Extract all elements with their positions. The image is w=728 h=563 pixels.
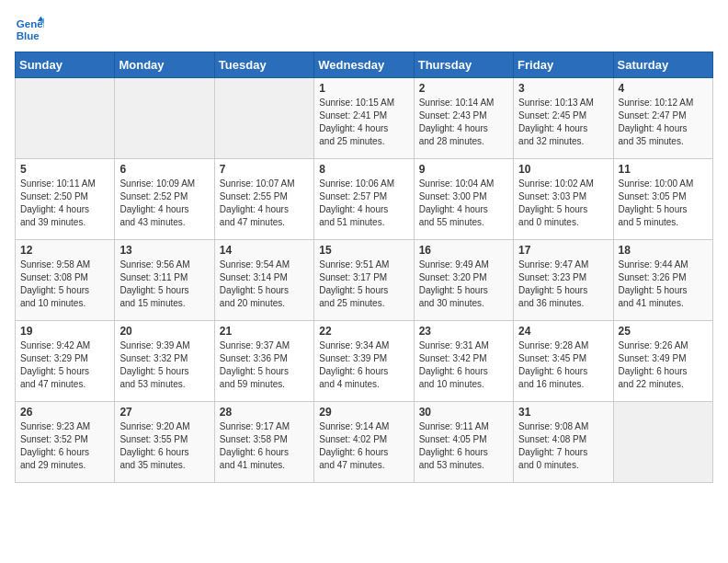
calendar-cell: 17Sunrise: 9:47 AM Sunset: 3:23 PM Dayli… (514, 240, 613, 321)
calendar-week-row: 5Sunrise: 10:11 AM Sunset: 2:50 PM Dayli… (16, 159, 713, 240)
calendar-week-row: 26Sunrise: 9:23 AM Sunset: 3:52 PM Dayli… (16, 402, 713, 483)
day-info: Sunrise: 10:00 AM Sunset: 3:05 PM Daylig… (619, 178, 708, 229)
calendar-cell (214, 78, 313, 159)
calendar-cell: 1Sunrise: 10:15 AM Sunset: 2:41 PM Dayli… (314, 78, 414, 159)
day-number: 29 (319, 406, 408, 419)
page-header: General Blue (15, 15, 713, 44)
day-number: 25 (619, 325, 708, 338)
day-info: Sunrise: 9:34 AM Sunset: 3:39 PM Dayligh… (319, 339, 408, 391)
day-number: 6 (119, 163, 209, 176)
day-info: Sunrise: 10:07 AM Sunset: 2:55 PM Daylig… (220, 178, 309, 229)
day-info: Sunrise: 9:39 AM Sunset: 3:32 PM Dayligh… (119, 339, 209, 391)
logo-icon: General Blue (15, 15, 44, 44)
day-info: Sunrise: 9:26 AM Sunset: 3:49 PM Dayligh… (619, 339, 708, 391)
day-number: 5 (20, 163, 109, 176)
day-number: 21 (220, 325, 309, 338)
weekday-header-tuesday: Tuesday (214, 52, 313, 78)
day-number: 18 (619, 244, 708, 257)
calendar-cell (115, 78, 214, 159)
weekday-header-monday: Monday (115, 52, 214, 78)
logo: General Blue (15, 15, 44, 44)
day-info: Sunrise: 9:31 AM Sunset: 3:42 PM Dayligh… (419, 339, 508, 391)
day-info: Sunrise: 9:44 AM Sunset: 3:26 PM Dayligh… (619, 259, 708, 310)
day-info: Sunrise: 10:09 AM Sunset: 2:52 PM Daylig… (119, 178, 209, 229)
day-number: 31 (518, 406, 608, 419)
calendar-cell: 2Sunrise: 10:14 AM Sunset: 2:43 PM Dayli… (414, 78, 513, 159)
day-info: Sunrise: 10:15 AM Sunset: 2:41 PM Daylig… (319, 97, 408, 148)
day-number: 16 (419, 244, 508, 257)
day-info: Sunrise: 10:11 AM Sunset: 2:50 PM Daylig… (20, 178, 109, 229)
calendar-cell: 28Sunrise: 9:17 AM Sunset: 3:58 PM Dayli… (214, 402, 313, 483)
calendar-week-row: 12Sunrise: 9:58 AM Sunset: 3:08 PM Dayli… (16, 240, 713, 321)
calendar-cell: 10Sunrise: 10:02 AM Sunset: 3:03 PM Dayl… (514, 159, 613, 240)
day-number: 14 (220, 244, 309, 257)
calendar-cell: 7Sunrise: 10:07 AM Sunset: 2:55 PM Dayli… (214, 159, 313, 240)
day-info: Sunrise: 9:47 AM Sunset: 3:23 PM Dayligh… (518, 259, 608, 310)
calendar-week-row: 1Sunrise: 10:15 AM Sunset: 2:41 PM Dayli… (16, 78, 713, 159)
day-info: Sunrise: 9:49 AM Sunset: 3:20 PM Dayligh… (419, 259, 508, 310)
day-number: 27 (119, 406, 209, 419)
calendar-cell: 6Sunrise: 10:09 AM Sunset: 2:52 PM Dayli… (115, 159, 214, 240)
day-info: Sunrise: 10:12 AM Sunset: 2:47 PM Daylig… (619, 97, 708, 148)
day-number: 24 (518, 325, 608, 338)
calendar-cell: 12Sunrise: 9:58 AM Sunset: 3:08 PM Dayli… (16, 240, 115, 321)
day-info: Sunrise: 9:37 AM Sunset: 3:36 PM Dayligh… (220, 339, 309, 391)
svg-text:Blue: Blue (17, 30, 40, 41)
day-number: 7 (220, 163, 309, 176)
calendar-cell (16, 78, 115, 159)
calendar-cell: 20Sunrise: 9:39 AM Sunset: 3:32 PM Dayli… (115, 321, 214, 402)
calendar-cell: 31Sunrise: 9:08 AM Sunset: 4:08 PM Dayli… (514, 402, 613, 483)
day-info: Sunrise: 9:17 AM Sunset: 3:58 PM Dayligh… (220, 420, 309, 472)
day-number: 10 (518, 163, 608, 176)
day-info: Sunrise: 9:14 AM Sunset: 4:02 PM Dayligh… (319, 420, 408, 472)
weekday-header-saturday: Saturday (613, 52, 712, 78)
day-info: Sunrise: 9:42 AM Sunset: 3:29 PM Dayligh… (20, 339, 109, 391)
day-info: Sunrise: 9:08 AM Sunset: 4:08 PM Dayligh… (518, 420, 608, 472)
day-info: Sunrise: 9:58 AM Sunset: 3:08 PM Dayligh… (20, 259, 109, 310)
calendar-week-row: 19Sunrise: 9:42 AM Sunset: 3:29 PM Dayli… (16, 321, 713, 402)
calendar-cell: 13Sunrise: 9:56 AM Sunset: 3:11 PM Dayli… (115, 240, 214, 321)
day-number: 9 (419, 163, 508, 176)
calendar-cell: 27Sunrise: 9:20 AM Sunset: 3:55 PM Dayli… (115, 402, 214, 483)
calendar-cell: 3Sunrise: 10:13 AM Sunset: 2:45 PM Dayli… (514, 78, 613, 159)
day-number: 15 (319, 244, 408, 257)
weekday-header-sunday: Sunday (16, 52, 115, 78)
day-number: 17 (518, 244, 608, 257)
weekday-header-wednesday: Wednesday (314, 52, 414, 78)
day-number: 19 (20, 325, 109, 338)
calendar-cell: 8Sunrise: 10:06 AM Sunset: 2:57 PM Dayli… (314, 159, 414, 240)
calendar-cell: 22Sunrise: 9:34 AM Sunset: 3:39 PM Dayli… (314, 321, 414, 402)
calendar-cell: 4Sunrise: 10:12 AM Sunset: 2:47 PM Dayli… (613, 78, 712, 159)
day-number: 20 (119, 325, 209, 338)
day-info: Sunrise: 9:23 AM Sunset: 3:52 PM Dayligh… (20, 420, 109, 472)
day-info: Sunrise: 10:13 AM Sunset: 2:45 PM Daylig… (518, 97, 608, 148)
day-info: Sunrise: 9:20 AM Sunset: 3:55 PM Dayligh… (119, 420, 209, 472)
calendar-cell: 11Sunrise: 10:00 AM Sunset: 3:05 PM Dayl… (613, 159, 712, 240)
calendar-cell: 24Sunrise: 9:28 AM Sunset: 3:45 PM Dayli… (514, 321, 613, 402)
calendar-cell: 14Sunrise: 9:54 AM Sunset: 3:14 PM Dayli… (214, 240, 313, 321)
calendar-cell: 23Sunrise: 9:31 AM Sunset: 3:42 PM Dayli… (414, 321, 513, 402)
weekday-header-row: SundayMondayTuesdayWednesdayThursdayFrid… (16, 52, 713, 78)
day-info: Sunrise: 10:06 AM Sunset: 2:57 PM Daylig… (319, 178, 408, 229)
calendar-cell: 30Sunrise: 9:11 AM Sunset: 4:05 PM Dayli… (414, 402, 513, 483)
day-info: Sunrise: 9:56 AM Sunset: 3:11 PM Dayligh… (119, 259, 209, 310)
day-number: 28 (220, 406, 309, 419)
day-number: 13 (119, 244, 209, 257)
day-number: 2 (419, 82, 508, 95)
calendar-cell (613, 402, 712, 483)
day-number: 8 (319, 163, 408, 176)
day-info: Sunrise: 10:02 AM Sunset: 3:03 PM Daylig… (518, 178, 608, 229)
weekday-header-thursday: Thursday (414, 52, 513, 78)
day-info: Sunrise: 9:28 AM Sunset: 3:45 PM Dayligh… (518, 339, 608, 391)
calendar-cell: 25Sunrise: 9:26 AM Sunset: 3:49 PM Dayli… (613, 321, 712, 402)
day-info: Sunrise: 9:51 AM Sunset: 3:17 PM Dayligh… (319, 259, 408, 310)
day-number: 26 (20, 406, 109, 419)
day-number: 22 (319, 325, 408, 338)
calendar-cell: 21Sunrise: 9:37 AM Sunset: 3:36 PM Dayli… (214, 321, 313, 402)
calendar-cell: 9Sunrise: 10:04 AM Sunset: 3:00 PM Dayli… (414, 159, 513, 240)
calendar-table: SundayMondayTuesdayWednesdayThursdayFrid… (15, 52, 713, 483)
day-number: 23 (419, 325, 508, 338)
calendar-cell: 15Sunrise: 9:51 AM Sunset: 3:17 PM Dayli… (314, 240, 414, 321)
calendar-cell: 26Sunrise: 9:23 AM Sunset: 3:52 PM Dayli… (16, 402, 115, 483)
weekday-header-friday: Friday (514, 52, 613, 78)
